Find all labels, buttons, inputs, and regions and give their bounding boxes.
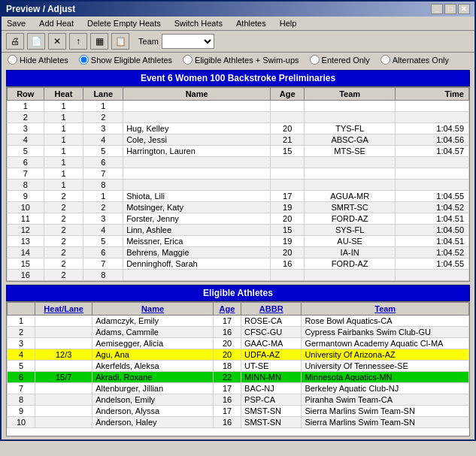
window-title: Preview / Adjust [6,4,75,14]
table-row[interactable]: 13 2 5 Meissner, Erica 19 AU-SE 1:04.51 [8,236,469,247]
menu-bar: Save Add Heat Delete Empty Heats Switch … [2,17,474,31]
table-row[interactable]: 2 1 2 [8,112,469,123]
heat-table: Row Heat Lane Name Age Team Time 1 1 1 2… [7,87,469,282]
delete-button[interactable]: ✕ [48,33,66,50]
heat-table-container[interactable]: Row Heat Lane Name Age Team Time 1 1 1 2… [6,86,470,282]
team-dropdown[interactable] [162,34,214,49]
radio-hide-athletes[interactable]: Hide Athletes [8,55,68,65]
radio-alternates-only[interactable]: Alternates Only [380,55,449,65]
col-header-heat-lane: Heat/Lane [35,303,92,316]
menu-save[interactable]: Save [5,18,28,29]
list-item[interactable]: 6 15/7 Akradi, Roxane 22 MINN-MN Minneso… [8,372,469,383]
toolbar: 🖨 📄 ✕ ↑ ▦ 📋 Team [2,31,474,53]
table-row[interactable]: 4 1 4 Cole, Jessi 21 ABSC-GA 1:04.56 [8,134,469,146]
radio-show-eligible[interactable]: Show Eligible Athletes [79,55,172,65]
table-row[interactable]: 10 2 2 Motsinger, Katy 19 SMRT-SC 1:04.5… [8,202,469,213]
col-header-time: Time [395,88,468,101]
title-bar: Preview / Adjust _ □ ✕ [2,2,474,17]
col-header-heat: Heat [44,88,83,101]
col-header-ename: Name [92,303,214,316]
menu-switch-heats[interactable]: Switch Heats [172,18,225,29]
window-controls: _ □ ✕ [431,4,470,14]
eligible-table-container[interactable]: Heat/Lane Name Age ABBR Team 1 Adamczyk,… [6,301,470,436]
main-window: Preview / Adjust _ □ ✕ Save Add Heat Del… [0,0,476,441]
radio-entered-only[interactable]: Entered Only [310,55,370,65]
col-header-name: Name [123,88,271,101]
table-row[interactable]: 5 1 5 Harrington, Lauren 15 MTS-SE 1:04.… [8,146,469,157]
up-button[interactable]: ↑ [69,33,87,50]
radio-bar: Hide Athletes Show Eligible Athletes Eli… [2,53,474,67]
list-item[interactable]: 7 Altenburger, Jillian 17 BAC-NJ Berkele… [8,383,469,394]
team-label: Team [138,37,159,46]
menu-help[interactable]: Help [277,18,299,29]
table-row[interactable]: 7 1 7 [8,168,469,180]
col-header-eage: Age [213,303,241,316]
table-row[interactable]: 17 3 1 Brennan, Dannica 17 KING-PN 1:04.… [8,281,469,282]
minimize-button[interactable]: _ [431,4,443,14]
grid-button[interactable]: ▦ [90,33,108,50]
list-item[interactable]: 8 Andelson, Emily 16 PSP-CA Piranha Swim… [8,394,469,406]
list-item[interactable]: 1 Adamczyk, Emily 17 ROSE-CA Rose Bowl A… [8,316,469,327]
table-row[interactable]: 3 1 3 Hug, Kelley 20 TYS-FL 1:04.59 [8,123,469,134]
table-row[interactable]: 1 1 1 [8,101,469,112]
table-row[interactable]: 9 2 1 Shiota, Lili 17 AGUA-MR 1:04.55 [8,191,469,202]
col-header-age: Age [271,88,305,101]
table-row[interactable]: 6 1 6 [8,157,469,168]
list-item[interactable]: 5 Akerfelds, Aleksa 18 UT-SE University … [8,361,469,372]
table-row[interactable]: 12 2 4 Linn, Ashlee 15 SYS-FL 1:04.50 [8,225,469,236]
col-header-row: Row [8,88,44,101]
list-item[interactable]: 4 12/3 Agu, Ana 20 UDFA-AZ University Of… [8,349,469,361]
main-content: Event 6 Women 100 Backstroke Preliminari… [2,67,474,439]
menu-athletes[interactable]: Athletes [234,18,268,29]
close-button[interactable]: ✕ [458,4,470,14]
menu-delete-empty-heats[interactable]: Delete Empty Heats [85,18,163,29]
col-header-lane: Lane [83,88,123,101]
menu-add-heat[interactable]: Add Heat [37,18,76,29]
table-row[interactable]: 11 2 3 Forster, Jenny 20 FORD-AZ 1:04.51 [8,213,469,225]
new-button[interactable]: 📄 [27,33,45,50]
table-row[interactable]: 16 2 8 [8,270,469,281]
export-button[interactable]: 📋 [111,33,129,50]
col-header-num [8,303,35,316]
maximize-button[interactable]: □ [444,4,456,14]
eligible-table: Heat/Lane Name Age ABBR Team 1 Adamczyk,… [7,302,469,428]
print-button[interactable]: 🖨 [6,33,24,50]
list-item[interactable]: 3 Aemisegger, Alicia 20 GAAC-MA Germanto… [8,338,469,349]
eligible-header: Eligible Athletes [6,285,470,301]
list-item[interactable]: 10 Anderson, Haley 16 SMST-SN Sierra Mar… [8,417,469,428]
event-header: Event 6 Women 100 Backstroke Preliminari… [6,70,470,86]
radio-eligible-swimups[interactable]: Eligible Athletes + Swim-ups [183,55,299,65]
table-row[interactable]: 14 2 6 Behrens, Maggie 20 IA-IN 1:04.52 [8,247,469,258]
table-row[interactable]: 15 2 7 Denninghoff, Sarah 16 FORD-AZ 1:0… [8,258,469,270]
table-row[interactable]: 8 1 8 [8,180,469,191]
col-header-abbr: ABBR [241,303,302,316]
col-header-team: Team [305,88,396,101]
col-header-eteam: Team [302,303,469,316]
list-item[interactable]: 2 Adams, Cammile 16 CFSC-GU Cypress Fair… [8,327,469,338]
list-item[interactable]: 9 Anderson, Alyssa 17 SMST-SN Sierra Mar… [8,406,469,417]
